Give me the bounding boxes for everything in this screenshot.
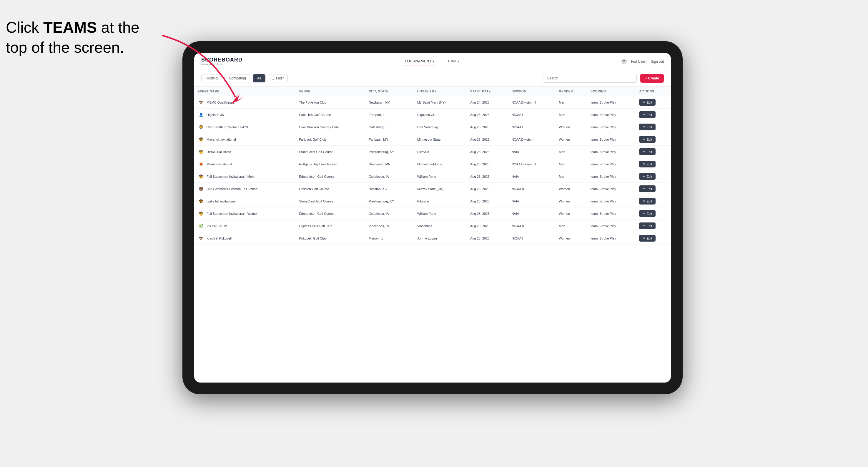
cell-division: NAIA	[508, 195, 555, 208]
team-logo: 🤠	[198, 136, 204, 143]
cell-start-date: Aug 28, 2023	[467, 170, 508, 183]
cell-division: NICAA I	[508, 108, 555, 121]
edit-button[interactable]: ✏ Edit	[639, 173, 656, 180]
table-row: 🤠 Fall Statesmen Invitational - Men Edmu…	[194, 170, 671, 183]
cell-hosted-by: Mt. Saint Mary (NY)	[414, 96, 467, 108]
cell-start-date: Aug 28, 2023	[467, 133, 508, 146]
team-logo: 👤	[198, 112, 204, 118]
event-name-text: Carl Sandburg Women FA23	[207, 125, 248, 129]
edit-button[interactable]: ✏ Edit	[639, 210, 656, 217]
cell-scoring: team, Stroke Play	[587, 96, 636, 108]
cell-city-state: Deerwood, MN	[365, 158, 414, 170]
competing-button[interactable]: Competing	[224, 74, 250, 83]
cell-hosted-by: Pikeville	[414, 146, 467, 158]
cell-scoring: team, Stroke Play	[587, 121, 636, 133]
event-name-text: Highland 36	[207, 113, 224, 117]
cell-scoring: team, Stroke Play	[587, 133, 636, 146]
cell-hosted-by: Vincennes	[414, 220, 467, 232]
cell-actions: ✏ Edit	[636, 121, 671, 133]
table-row: 🐻 2023 Women's Hesston Fall Kickoff Hess…	[194, 183, 671, 195]
event-name-text: Fall Statesmen Invitational - Men	[207, 175, 254, 178]
cell-scoring: team, Stroke Play	[587, 170, 636, 183]
filter-button[interactable]: ☰ Filter	[268, 74, 288, 83]
event-name-text: Klash at Kokopelli	[207, 237, 232, 240]
cell-event-name: 👤 Highland 36	[194, 108, 296, 121]
edit-icon: ✏	[643, 125, 645, 129]
table-row: 🦅 MSMC Qualifying 1 The Powelton Club Ne…	[194, 96, 671, 108]
edit-button[interactable]: ✏ Edit	[639, 99, 656, 106]
edit-button[interactable]: ✏ Edit	[639, 124, 656, 130]
edit-icon: ✏	[643, 150, 645, 154]
team-logo: 🌿	[198, 223, 204, 229]
filter-group: Hosting Competing All ☰ Filter	[201, 74, 288, 83]
cell-hosted-by: Minnesota State	[414, 133, 467, 146]
cell-event-name: 🤠 Fall Statesmen Invitational - Women	[194, 208, 296, 220]
all-button[interactable]: All	[253, 74, 266, 83]
cell-start-date: Aug 26, 2023	[467, 121, 508, 133]
col-actions: ACTIONS	[636, 87, 671, 96]
cell-actions: ✏ Edit	[636, 183, 671, 195]
edit-icon: ✏	[643, 162, 645, 166]
cell-division: NAIA	[508, 146, 555, 158]
cell-city-state: Marion, IL	[365, 232, 414, 245]
edit-button[interactable]: ✏ Edit	[639, 198, 656, 205]
edit-button[interactable]: ✏ Edit	[639, 111, 656, 118]
table-row: 🤠 UPIKE Fall Invite StoneCrest Golf Cour…	[194, 146, 671, 158]
event-name-text: 2023 Women's Hesston Fall Kickoff	[207, 187, 257, 191]
event-name-text: upike fall invitational	[207, 199, 236, 203]
cell-event-name: 🦁 Carl Sandburg Women FA23	[194, 121, 296, 133]
event-name-text: Maverick Invitational	[207, 138, 236, 141]
cell-gender: Men	[555, 170, 587, 183]
cell-start-date: Aug 28, 2023	[467, 195, 508, 208]
event-name-text: Morris Invitational	[207, 162, 232, 166]
edit-icon: ✏	[643, 224, 645, 228]
col-hosted-by: HOSTED BY	[414, 87, 467, 96]
table-header: EVENT NAME VENUE CITY, STATE HOSTED BY S…	[194, 87, 671, 96]
tablet-screen: SCOREBOARD Powered by clippit TOURNAMENT…	[194, 53, 671, 382]
cell-city-state: Prestonsburg, KY	[365, 195, 414, 208]
cell-event-name: 🦊 Morris Invitational	[194, 158, 296, 170]
cell-start-date: Aug 28, 2023	[467, 220, 508, 232]
team-logo: 🤠	[198, 173, 204, 180]
tab-teams[interactable]: TEAMS	[444, 57, 460, 66]
toolbar: Hosting Competing All ☰ Filter + Create	[194, 70, 671, 87]
cell-venue: Kokopelli Golf Club	[296, 232, 365, 245]
cell-start-date: Aug 28, 2023	[467, 158, 508, 170]
edit-button[interactable]: ✏ Edit	[639, 136, 656, 143]
edit-button[interactable]: ✏ Edit	[639, 185, 656, 192]
logo-area: SCOREBOARD Powered by clippit	[201, 57, 243, 66]
col-scoring: SCORING	[587, 87, 636, 96]
edit-button[interactable]: ✏ Edit	[639, 161, 656, 167]
table-row: 🌿 VU PREVIEW Cypress Hills Golf Club Vin…	[194, 220, 671, 232]
cell-hosted-by: Murray State (OK)	[414, 183, 467, 195]
search-input[interactable]	[542, 74, 637, 83]
hosting-button[interactable]: Hosting	[201, 74, 222, 83]
cell-venue: Park Hills Golf Course	[296, 108, 365, 121]
cell-hosted-by: John A Logan	[414, 232, 467, 245]
cell-scoring: team, Stroke Play	[587, 220, 636, 232]
cell-gender: Men	[555, 220, 587, 232]
edit-button[interactable]: ✏ Edit	[639, 148, 656, 155]
cell-venue: StoneCrest Golf Course	[296, 146, 365, 158]
cell-hosted-by: William Penn	[414, 208, 467, 220]
cell-venue: Ruttger's Bay Lake Resort	[296, 158, 365, 170]
cell-division: NICAA II	[508, 183, 555, 195]
create-button[interactable]: + Create	[640, 74, 664, 83]
tab-tournaments[interactable]: TOURNAMENTS	[403, 57, 435, 66]
edit-button[interactable]: ✏ Edit	[639, 222, 656, 229]
cell-start-date: Aug 28, 2023	[467, 208, 508, 220]
edit-button[interactable]: ✏ Edit	[639, 235, 656, 242]
logo-sub: Powered by clippit	[201, 63, 243, 66]
cell-hosted-by: Minnesota-Morris	[414, 158, 467, 170]
team-logo: 🤠	[198, 198, 204, 205]
cell-event-name: 🌿 VU PREVIEW	[194, 220, 296, 232]
sign-out-link[interactable]: Sign out	[651, 59, 664, 64]
cell-venue: Hesston Golf Course	[296, 183, 365, 195]
cell-city-state: Prestonsburg, KY	[365, 146, 414, 158]
cell-city-state: Galesburg, IL	[365, 121, 414, 133]
user-label: Test User |	[630, 59, 647, 64]
cell-actions: ✏ Edit	[636, 170, 671, 183]
gear-icon[interactable]: ⚙	[621, 59, 627, 64]
cell-actions: ✏ Edit	[636, 133, 671, 146]
instruction-line1: Click TEAMS at the	[6, 19, 140, 36]
